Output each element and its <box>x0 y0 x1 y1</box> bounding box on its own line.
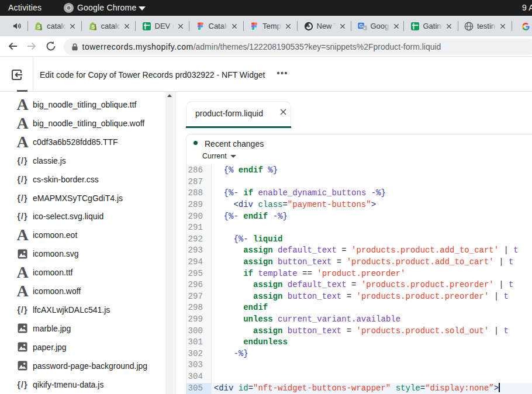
svg-text:S: S <box>37 24 40 30</box>
svg-text:S: S <box>91 24 95 30</box>
